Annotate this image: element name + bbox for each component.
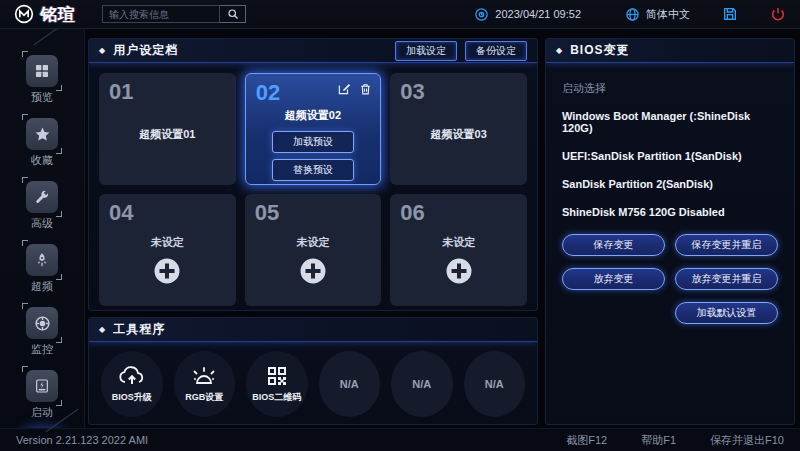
panel-title: BIOS变更	[570, 42, 629, 59]
load-preset-button[interactable]: 加载预设	[272, 131, 355, 153]
tool-label: N/A	[340, 378, 359, 390]
replace-preset-button[interactable]: 替换预设	[272, 159, 355, 181]
app-logo: 铭瑄	[14, 3, 86, 26]
tools-panel: ◆ 工具程序 BIOS升级 RGB设置	[88, 317, 538, 425]
card-label: 超频设置02	[256, 108, 371, 123]
card-number: 05	[255, 200, 372, 226]
sidebar-item-favorites[interactable]: 收藏	[26, 118, 58, 168]
card-label: 未设定	[255, 235, 372, 250]
tool-row: BIOS升级 RGB设置	[89, 342, 537, 425]
tool-label: RGB设置	[185, 391, 223, 404]
boot-option[interactable]: Windows Boot Manager (:ShineDisk 120G)	[562, 110, 778, 134]
bios-upgrade-tool[interactable]: BIOS升级	[101, 351, 163, 417]
grid-icon	[26, 55, 58, 87]
help-hotkey[interactable]: 帮助F1	[641, 433, 676, 448]
qr-code-icon	[265, 364, 289, 388]
discard-changes-button[interactable]: 放弃变更	[562, 268, 665, 290]
profile-card-03[interactable]: 03 超频设置03	[390, 73, 527, 185]
monitor-icon	[26, 307, 58, 339]
bios-qrcode-tool[interactable]: BIOS二维码	[246, 351, 308, 417]
bios-changes-panel: ◆ BIOS变更 启动选择 Windows Boot Manager (:Shi…	[545, 38, 795, 425]
datetime-display: 2023/04/21 09:52	[474, 7, 581, 22]
save-exit-hotkey[interactable]: 保存并退出F10	[710, 433, 784, 448]
rocket-icon	[26, 244, 58, 276]
edit-icon[interactable]	[337, 82, 351, 96]
rgb-settings-tool[interactable]: RGB设置	[174, 351, 236, 417]
sidebar-item-label: 超频	[31, 279, 53, 294]
profile-card-05[interactable]: 05 未设定	[245, 194, 382, 306]
sidebar-item-overclock[interactable]: 超频	[26, 244, 58, 294]
language-label: 简体中文	[646, 7, 690, 22]
brand-name: 铭瑄	[40, 3, 76, 26]
card-number: 04	[109, 200, 226, 226]
tool-label: BIOS二维码	[252, 391, 301, 404]
panel-title: 用户设定档	[113, 42, 178, 59]
tool-slot-na: N/A	[319, 351, 381, 417]
datetime-text: 2023/04/21 09:52	[495, 8, 581, 20]
backup-settings-button[interactable]: 备份设定	[465, 41, 527, 61]
power-icon[interactable]	[770, 6, 786, 22]
rgb-lamp-icon	[190, 364, 218, 388]
search-button[interactable]	[220, 5, 246, 23]
sidebar-item-label: 高级	[31, 216, 53, 231]
card-number: 06	[400, 200, 517, 226]
trash-icon[interactable]	[359, 82, 372, 96]
tool-slot-na: N/A	[391, 351, 453, 417]
sidebar-item-advanced[interactable]: 高级	[26, 181, 58, 231]
sidebar: 预览 收藏 高级 超频	[0, 29, 85, 428]
card-label: 超频设置01	[109, 127, 226, 142]
version-text: Version 2.21.123 2022 AMI	[16, 434, 148, 446]
load-settings-button[interactable]: 加载设定	[395, 41, 457, 61]
profile-card-04[interactable]: 04 未设定	[99, 194, 236, 306]
brand-m-icon	[14, 4, 34, 24]
card-label: 超频设置03	[400, 127, 517, 142]
save-changes-button[interactable]: 保存变更	[562, 234, 665, 256]
sidebar-item-boot[interactable]: 启动	[26, 370, 58, 420]
screenshot-hotkey[interactable]: 截图F12	[566, 433, 607, 448]
sidebar-item-label: 预览	[31, 90, 53, 105]
wrench-icon	[26, 181, 58, 213]
panel-header: ◆ 用户设定档 加载设定 备份设定	[89, 39, 537, 63]
boot-option[interactable]: SanDisk Partition 2(SanDisk)	[562, 178, 778, 190]
sidebar-item-label: 启动	[31, 405, 53, 420]
panel-header: ◆ BIOS变更	[546, 39, 794, 63]
sidebar-item-label: 收藏	[31, 153, 53, 168]
user-profiles-panel: ◆ 用户设定档 加载设定 备份设定 01 超频设置01	[88, 38, 538, 311]
ssd-boot-icon	[26, 370, 58, 402]
star-icon	[26, 118, 58, 150]
sidebar-item-preview[interactable]: 预览	[26, 55, 58, 105]
sidebar-item-label: 监控	[31, 342, 53, 357]
discard-changes-restart-button[interactable]: 放弃变更并重启	[675, 268, 778, 290]
tool-slot-na: N/A	[464, 351, 526, 417]
card-label: 未设定	[109, 235, 226, 250]
globe-icon	[625, 7, 640, 22]
language-selector[interactable]: 简体中文	[625, 7, 690, 22]
boot-select-label: 启动选择	[562, 81, 778, 96]
tool-label: N/A	[412, 378, 431, 390]
search-input[interactable]	[102, 5, 220, 23]
profile-card-06[interactable]: 06 未设定	[390, 194, 527, 306]
clock-icon	[474, 7, 489, 22]
cloud-upload-icon	[118, 364, 146, 388]
card-number: 03	[400, 79, 517, 105]
load-defaults-button[interactable]: 加载默认设置	[675, 302, 778, 324]
add-profile-icon[interactable]	[152, 256, 182, 286]
diamond-bullet-icon: ◆	[99, 46, 105, 55]
add-profile-icon[interactable]	[298, 256, 328, 286]
boot-option[interactable]: ShineDisk M756 120G Disabled	[562, 206, 778, 218]
diamond-bullet-icon: ◆	[556, 46, 562, 55]
save-icon[interactable]	[722, 6, 738, 22]
footer-bar: Version 2.21.123 2022 AMI 截图F12 帮助F1 保存并…	[0, 428, 800, 451]
profile-cards-grid: 01 超频设置01 02 超频设置02 加载预设 替换预	[89, 63, 537, 311]
panel-header: ◆ 工具程序	[89, 318, 537, 342]
save-changes-restart-button[interactable]: 保存变更并重启	[675, 234, 778, 256]
tool-label: N/A	[485, 378, 504, 390]
panel-title: 工具程序	[113, 321, 165, 338]
sidebar-item-monitor[interactable]: 监控	[26, 307, 58, 357]
search-bar	[102, 5, 246, 23]
boot-option[interactable]: UEFI:SanDisk Partition 1(SanDisk)	[562, 150, 778, 162]
tool-label: BIOS升级	[112, 391, 152, 404]
profile-card-02[interactable]: 02 超频设置02 加载预设 替换预设	[245, 73, 382, 185]
add-profile-icon[interactable]	[444, 256, 474, 286]
profile-card-01[interactable]: 01 超频设置01	[99, 73, 236, 185]
